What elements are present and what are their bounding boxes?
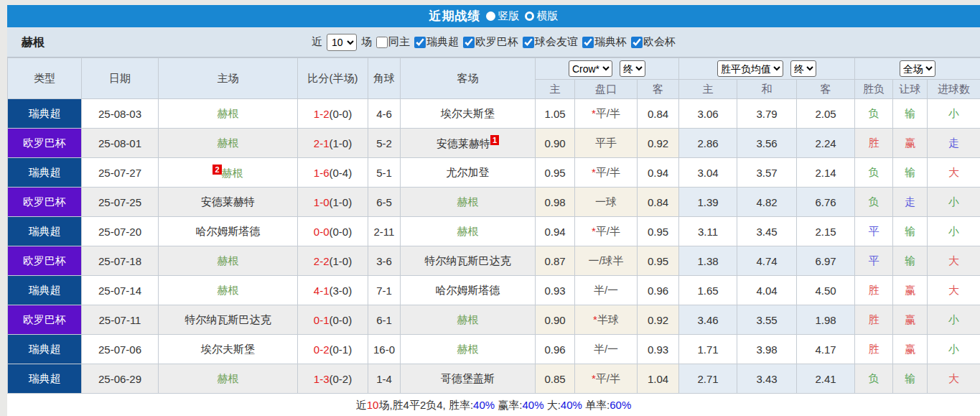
result-handicap: 赢 [893,335,928,364]
layout-radio-vertical[interactable]: 竖版 [486,9,520,23]
result-handicap: 赢 [893,276,928,305]
avg-draw-odds: 3.57 [737,158,797,188]
result-goals: 小 [928,305,980,335]
handicap-text: 半/一 [594,284,618,296]
away-team-cell: 尤尔加登 [401,158,536,188]
scope-select[interactable]: 全场 [900,60,935,77]
odds-source-select[interactable]: Crow* [569,60,612,77]
asia-home-odds: 0.96 [536,335,575,364]
asia-away-odds: 0.92 [638,129,679,158]
footer-handicap-rate: 40% [522,399,543,411]
handicap-text: 平/半 [596,372,620,384]
home-team-cell: 特尔纳瓦斯巴达克 [159,305,298,335]
league-filter-europa[interactable]: 欧罗巴杯 [463,35,518,49]
footer-summary: 场,胜4平2负4, 胜率: [378,399,473,411]
league-filter-friendly[interactable]: 球会友谊 [523,35,578,49]
avg-draw-odds: 3.45 [737,217,797,246]
match-count-select[interactable]: 10 [327,34,357,51]
result-goals: 小 [928,217,980,246]
layout-radio-horizontal[interactable]: 横版 [525,9,559,23]
avg-draw-odds: 3.79 [737,99,797,129]
col-header-home: 主场 [159,58,298,99]
asia-away-odds: 0.95 [638,246,679,276]
team-name-text: 埃尔夫斯堡 [441,107,495,119]
league-filter-allsvenskan[interactable]: 瑞典超 [414,35,459,49]
avg-period-select[interactable]: 终 [790,60,816,77]
asia-home-odds: 0.93 [536,276,575,305]
result-goals: 小 [928,188,980,217]
team-name-text: 赫根 [218,137,239,149]
handicap-text: 平手 [595,137,617,149]
footer-win-rate: 40% [473,399,495,411]
result-goals: 大 [928,246,980,276]
league-checkbox[interactable] [631,37,643,48]
asia-period-select[interactable]: 终 [620,60,645,77]
league-checkbox[interactable] [463,37,475,48]
league-cell: 瑞典超 [8,217,82,246]
date-cell: 25-07-25 [82,188,159,217]
radio-unselected-icon[interactable] [525,11,534,21]
result-handicap: 输 [893,246,928,276]
avg-source-select[interactable]: 胜平负均值 [717,60,783,77]
home-team-cell: 哈尔姆斯塔德 [159,217,298,246]
league-checkbox[interactable] [414,37,426,48]
avg-away-odds: 6.97 [797,246,855,276]
league-cell: 欧罗巴杯 [8,305,82,335]
avg-home-odds: 2.86 [679,129,737,158]
result-handicap: 输 [893,217,928,246]
corners-cell: 2-11 [368,217,401,246]
half-score: (0-1) [330,343,353,356]
sub-header-asia-handicap: 盘口 [575,80,638,99]
corners-cell: 1-4 [368,364,401,394]
avg-away-odds: 4.50 [797,276,855,305]
team-name-text: 哈尔姆斯塔德 [436,284,500,296]
score-cell: 1-3(0-2) [298,364,368,394]
result-wdl: 胜 [855,129,893,158]
result-goals: 大 [928,364,980,394]
corners-cell: 6-5 [368,188,401,217]
games-label: 场 [361,35,372,49]
corners-cell: 5-1 [368,158,401,188]
table-row: 欧罗巴杯25-07-18赫根2-2(1-0)3-6特尔纳瓦斯巴达克0.87一/球… [8,246,980,276]
avg-away-odds: 1.98 [797,305,855,335]
league-label: 瑞典杯 [594,35,627,49]
radio-selected-icon[interactable] [486,11,495,21]
corners-cell: 6-1 [368,305,401,335]
league-filter-swedish-cup[interactable]: 瑞典杯 [582,35,627,49]
avg-draw-odds: 3.56 [737,129,797,158]
away-team-cell: 哥德堡盖斯 [401,364,536,394]
asia-away-odds: 0.94 [638,158,679,188]
footer-single-label: 单率: [582,399,610,411]
full-score: 4-1 [314,285,330,297]
same-home-checkbox[interactable] [376,37,388,48]
result-wdl: 平 [855,217,893,246]
score-cell: 0-1(0-0) [298,305,368,335]
col-header-away: 客场 [401,58,536,99]
full-score: 1-6 [314,167,330,179]
sub-header-asia-away: 客 [638,80,679,99]
away-team-cell: 赫根 [401,335,536,364]
avg-away-odds: 2.14 [797,158,855,188]
table-row: 欧罗巴杯25-07-11特尔纳瓦斯巴达克0-1(0-0)6-1赫根0.90*半球… [8,305,980,335]
asia-handicap: 一球 [575,188,638,217]
same-home-filter[interactable]: 同主 [376,35,410,49]
score-cell: 4-1(3-0) [298,276,368,305]
league-cell: 欧罗巴杯 [8,188,82,217]
score-cell: 1-6(0-4) [298,158,368,188]
half-score: (1-0) [330,255,353,267]
half-score: (0-2) [330,373,353,385]
league-checkbox[interactable] [582,37,594,48]
avg-odds-group-header: 胜平负均值 终 [679,58,855,80]
asia-odds-group-header: Crow* 终 [536,58,679,80]
league-filter-conference[interactable]: 欧会杯 [631,35,676,49]
team-name-text: 安德莱赫特 [437,137,490,149]
team-name-text: 赫根 [457,313,479,325]
home-team-cell: 埃尔夫斯堡 [159,335,298,364]
league-cell: 瑞典超 [8,276,82,305]
result-handicap: 输 [893,158,928,188]
asia-home-odds: 0.90 [536,305,575,335]
league-checkbox[interactable] [523,37,534,48]
summary-footer: 近10场,胜4平2负4, 胜率:40% 赢率:40% 大:40% 单率:60% [7,394,980,416]
footer-count: 10 [367,399,379,411]
asia-home-odds: 1.05 [536,99,575,129]
